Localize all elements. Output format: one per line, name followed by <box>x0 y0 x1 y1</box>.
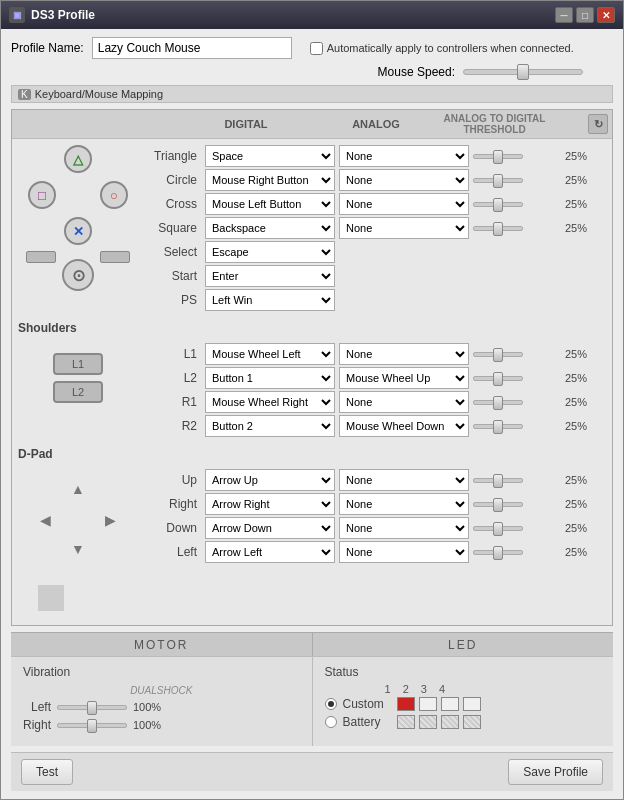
close-button[interactable]: ✕ <box>597 7 615 23</box>
custom-led-boxes <box>397 697 481 711</box>
custom-radio[interactable] <box>325 698 337 710</box>
battery-box-3[interactable] <box>441 715 459 729</box>
dpad-left-pct: 25% <box>557 546 587 558</box>
select-start-row: ⊙ <box>26 251 130 291</box>
r1-label: R1 <box>146 395 201 409</box>
ps-label: PS <box>146 293 201 307</box>
ps-digital-select[interactable]: Left Win <box>205 289 335 311</box>
bottom-section: MOTOR LED Vibration DUALSHOCK Left 100% <box>11 632 613 746</box>
left-vibration-row: Left 100% <box>23 700 300 714</box>
l1-analog-select[interactable]: None <box>339 343 469 365</box>
refresh-button[interactable]: ↻ <box>588 114 608 134</box>
start-row: Start Enter <box>146 265 606 287</box>
profile-row: Profile Name: Automatically apply to con… <box>11 37 613 59</box>
dpad-down-digital-select[interactable]: Arrow Down <box>205 517 335 539</box>
cross-analog-select[interactable]: None <box>339 193 469 215</box>
led-box-2[interactable] <box>419 697 437 711</box>
square-digital-select[interactable]: Backspace <box>205 217 335 239</box>
circle-threshold <box>473 178 553 183</box>
r2-label: R2 <box>146 419 201 433</box>
dpad-down-label: Down <box>146 521 201 535</box>
face-button-rows: Triangle Space None <box>146 145 606 311</box>
circle-analog-select[interactable]: None <box>339 169 469 191</box>
circle-threshold-track[interactable] <box>473 178 523 183</box>
save-profile-button[interactable]: Save Profile <box>508 759 603 785</box>
battery-box-1[interactable] <box>397 715 415 729</box>
triangle-threshold-track[interactable] <box>473 154 523 159</box>
dpad-divider: D-Pad <box>18 443 606 463</box>
l2-icon: L2 <box>53 381 103 403</box>
left-vib-thumb <box>87 701 97 715</box>
triangle-digital-select[interactable]: Space <box>205 145 335 167</box>
test-button[interactable]: Test <box>21 759 73 785</box>
start-label: Start <box>146 269 201 283</box>
r1-analog-select[interactable]: None <box>339 391 469 413</box>
profile-name-input[interactable] <box>92 37 292 59</box>
shoulder-diagram: L1 L2 <box>18 343 138 403</box>
battery-box-4[interactable] <box>463 715 481 729</box>
battery-radio[interactable] <box>325 716 337 728</box>
shoulders-section: L1 L2 L1 Mouse Wheel Left N <box>18 343 606 437</box>
l1-icon: L1 <box>53 353 103 375</box>
led-content: Status 1 2 3 4 Custom <box>313 657 614 746</box>
maximize-button[interactable]: □ <box>576 7 594 23</box>
cross-threshold-track[interactable] <box>473 202 523 207</box>
dpad-up-analog-select[interactable]: None <box>339 469 469 491</box>
face-buttons-section: △ ○ ✕ □ ⊙ <box>18 145 606 311</box>
l1-pct: 25% <box>557 348 587 360</box>
minimize-button[interactable]: ─ <box>555 7 573 23</box>
battery-box-2[interactable] <box>419 715 437 729</box>
led-numbers: 1 2 3 4 <box>385 683 602 695</box>
battery-led-boxes <box>397 715 481 729</box>
l2-analog-select[interactable]: Mouse Wheel Up <box>339 367 469 389</box>
right-vib-thumb <box>87 719 97 733</box>
left-vib-label: Left <box>23 700 51 714</box>
start-digital-select[interactable]: Enter <box>205 265 335 287</box>
circle-threshold-pct: 25% <box>557 174 587 186</box>
led-box-3[interactable] <box>441 697 459 711</box>
l2-digital-select[interactable]: Button 1 <box>205 367 335 389</box>
right-vib-slider[interactable] <box>57 723 127 728</box>
dpad-right-digital-select[interactable]: Arrow Right <box>205 493 335 515</box>
r1-digital-select[interactable]: Mouse Wheel Right <box>205 391 335 413</box>
led-box-1[interactable] <box>397 697 415 711</box>
main-content: Profile Name: Automatically apply to con… <box>1 29 623 799</box>
dpad-up-digital-select[interactable]: Arrow Up <box>205 469 335 491</box>
left-vib-slider[interactable] <box>57 705 127 710</box>
titlebar-controls: ─ □ ✕ <box>555 7 615 23</box>
select-digital-select[interactable]: Escape <box>205 241 335 263</box>
triangle-row: Triangle Space None <box>146 145 606 167</box>
square-threshold-pct: 25% <box>557 222 587 234</box>
custom-radio-label: Custom <box>343 697 391 711</box>
right-vibration-row: Right 100% <box>23 718 300 732</box>
right-vib-label: Right <box>23 718 51 732</box>
l2-threshold <box>473 376 553 381</box>
mouse-speed-thumb <box>517 64 529 80</box>
select-row: Select Escape <box>146 241 606 263</box>
r2-digital-select[interactable]: Button 2 <box>205 415 335 437</box>
dpad-left-analog-select[interactable]: None <box>339 541 469 563</box>
square-analog-select[interactable]: None <box>339 217 469 239</box>
cross-row: Cross Mouse Left Button None <box>146 193 606 215</box>
dpad-right-analog-select[interactable]: None <box>339 493 469 515</box>
circle-digital-select[interactable]: Mouse Right Button <box>205 169 335 191</box>
motor-led-bar: MOTOR LED <box>11 632 613 656</box>
auto-apply-checkbox[interactable] <box>310 42 323 55</box>
auto-apply-label[interactable]: Automatically apply to controllers when … <box>310 42 574 55</box>
dpad-left-digital-select[interactable]: Arrow Left <box>205 541 335 563</box>
dpad-down-pct: 25% <box>557 522 587 534</box>
dpad-up-label: Up <box>146 473 201 487</box>
triangle-analog-select[interactable]: None <box>339 145 469 167</box>
circle-row: Circle Mouse Right Button None <box>146 169 606 191</box>
cross-digital-select[interactable]: Mouse Left Button <box>205 193 335 215</box>
right-vib-pct: 100% <box>133 719 161 731</box>
status-title: Status <box>325 665 602 679</box>
mouse-speed-slider[interactable] <box>463 69 583 75</box>
r2-analog-select[interactable]: Mouse Wheel Down <box>339 415 469 437</box>
square-threshold-track[interactable] <box>473 226 523 231</box>
l1-digital-select[interactable]: Mouse Wheel Left <box>205 343 335 365</box>
triangle-label: Triangle <box>146 149 201 163</box>
scroll-area[interactable]: △ ○ ✕ □ ⊙ <box>12 139 612 625</box>
dpad-down-analog-select[interactable]: None <box>339 517 469 539</box>
led-box-4[interactable] <box>463 697 481 711</box>
